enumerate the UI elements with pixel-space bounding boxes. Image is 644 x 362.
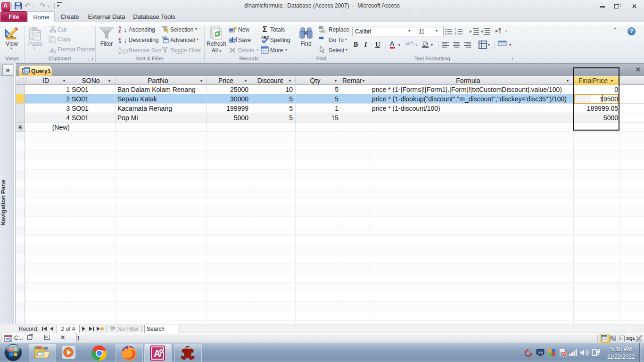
svg-text:...: ... xyxy=(165,40,167,43)
svg-text:3: 3 xyxy=(455,33,456,35)
